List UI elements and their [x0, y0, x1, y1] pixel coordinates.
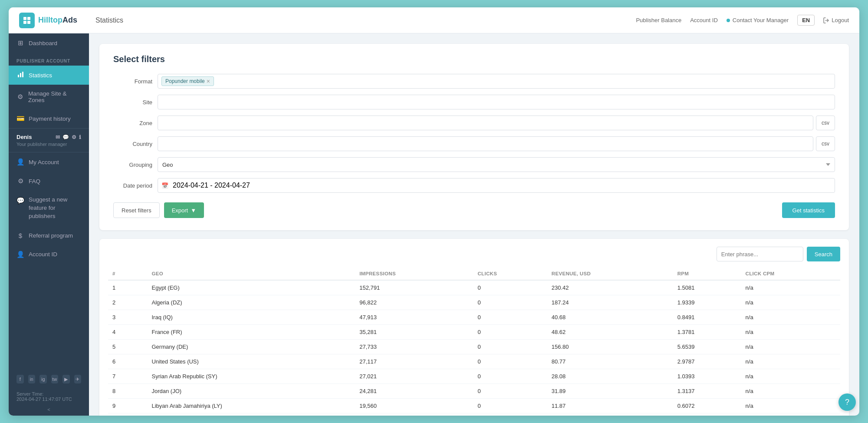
format-label: Format — [113, 78, 152, 85]
sidebar: ⊞ Dashboard PUBLISHER ACCOUNT Statistics… — [9, 33, 89, 416]
date-period-value: 2024-04-21 - 2024-04-27 — [173, 182, 250, 189]
sidebar-item-referral[interactable]: $ Referral program — [9, 226, 89, 245]
stats-table: # Geo Impressions Clicks Revenue, USD RP… — [108, 268, 840, 416]
stats-card: Search # Geo Impressions Clicks Revenue,… — [99, 239, 849, 416]
content-area: Select filters Format Popunder mobile × … — [89, 33, 859, 416]
svg-rect-5 — [20, 73, 21, 77]
sidebar-item-account-id[interactable]: 👤 Account ID — [9, 245, 89, 264]
account-id-icon: 👤 — [16, 251, 24, 258]
user-email-icon: ✉ — [56, 134, 60, 140]
user-settings-icon: ⚙ — [72, 134, 76, 140]
filter-grouping-row: Grouping Geo Site Zone Country Format — [113, 157, 835, 172]
date-period-input[interactable]: 📅 2024-04-21 - 2024-04-27 — [158, 178, 835, 193]
publisher-balance-link[interactable]: Publisher Balance — [636, 17, 681, 23]
youtube-icon[interactable]: ▶ — [62, 375, 70, 383]
search-phrase-input[interactable] — [717, 247, 803, 261]
table-row: 1 Egypt (EG) 152,791 0 230.42 1.5081 n/a — [108, 280, 840, 295]
get-statistics-button[interactable]: Get statistics — [782, 202, 835, 218]
format-tag: Popunder mobile × — [161, 76, 214, 86]
zone-label: Zone — [113, 120, 152, 126]
site-label: Site — [113, 99, 152, 106]
svg-rect-3 — [27, 21, 30, 24]
zone-csv-button[interactable]: csv — [816, 116, 835, 130]
sidebar-section-label: PUBLISHER ACCOUNT — [9, 53, 89, 66]
export-button[interactable]: Export ▼ — [164, 202, 204, 218]
contact-manager-button[interactable]: Contact Your Manager — [727, 17, 789, 23]
logout-icon — [823, 17, 829, 23]
main-layout: ⊞ Dashboard PUBLISHER ACCOUNT Statistics… — [9, 33, 859, 416]
country-csv-button[interactable]: csv — [816, 136, 835, 151]
table-row: 9 Libyan Arab Jamahiriya (LY) 19,560 0 1… — [108, 399, 840, 413]
calendar-icon: 📅 — [161, 182, 168, 189]
country-label: Country — [113, 141, 152, 147]
col-impressions: Impressions — [355, 268, 473, 280]
svg-rect-0 — [23, 17, 26, 20]
page-title: Statistics — [95, 17, 629, 24]
logo-text: HilltopAds — [38, 16, 77, 25]
col-rpm: RPM — [673, 268, 741, 280]
col-clicks: Clicks — [473, 268, 547, 280]
table-row: 7 Syrian Arab Republic (SY) 27,021 0 28.… — [108, 369, 840, 384]
logout-button[interactable]: Logout — [823, 17, 849, 23]
table-row: 5 Germany (DE) 27,733 0 156.80 5.6539 n/… — [108, 340, 840, 354]
table-row: 10 United Kingdom (GB) 18,807 0 51.92 2.… — [108, 413, 840, 416]
format-input[interactable]: Popunder mobile × — [158, 74, 835, 89]
svg-rect-1 — [27, 17, 30, 20]
svg-rect-2 — [23, 21, 26, 24]
dashboard-icon: ⊞ — [16, 39, 24, 47]
telegram-icon[interactable]: ✈ — [74, 375, 82, 383]
help-bubble[interactable]: ? — [838, 393, 856, 411]
table-row: 6 United States (US) 27,117 0 80.77 2.97… — [108, 354, 840, 369]
table-row: 2 Algeria (DZ) 96,822 0 187.24 1.9339 n/… — [108, 295, 840, 310]
faq-icon: ⚙ — [16, 177, 24, 185]
facebook-icon[interactable]: f — [16, 375, 24, 383]
logo-icon — [19, 13, 35, 28]
language-button[interactable]: EN — [797, 15, 815, 26]
logo: HilltopAds — [19, 13, 89, 28]
statistics-icon — [16, 71, 24, 79]
export-arrow-icon: ▼ — [191, 207, 196, 214]
user-sub: Your publisher manager — [16, 142, 81, 147]
sidebar-item-statistics[interactable]: Statistics — [9, 66, 89, 85]
sidebar-item-suggest[interactable]: 💬 Suggest a new feature for publishers — [9, 191, 89, 226]
reset-filters-button[interactable]: Reset filters — [113, 202, 160, 218]
sidebar-user: Denis ✉ 💬 ⚙ ℹ Your publisher manager — [9, 128, 89, 152]
table-header-row: # Geo Impressions Clicks Revenue, USD RP… — [108, 268, 840, 280]
referral-icon: $ — [16, 232, 24, 239]
zone-input[interactable] — [158, 116, 813, 130]
country-input[interactable] — [158, 136, 813, 151]
twitter-icon[interactable]: tw — [51, 375, 59, 383]
grouping-label: Grouping — [113, 162, 152, 168]
topbar-right: Publisher Balance Account ID Contact You… — [636, 15, 849, 26]
svg-rect-4 — [18, 75, 19, 77]
table-row: 3 Iraq (IQ) 47,913 0 40.68 0.8491 n/a — [108, 310, 840, 325]
sidebar-item-manage-sites[interactable]: ⚙ Manage Site & Zones — [9, 85, 89, 109]
sidebar-item-my-account[interactable]: 👤 My Account — [9, 152, 89, 172]
contact-manager-dot — [727, 19, 730, 22]
user-chat-icon: 💬 — [62, 134, 69, 140]
sidebar-item-dashboard[interactable]: ⊞ Dashboard — [9, 33, 89, 53]
sidebar-item-faq[interactable]: ⚙ FAQ — [9, 172, 89, 191]
stats-toolbar: Search — [108, 247, 840, 261]
sidebar-item-payment-history[interactable]: 💳 Payment history — [9, 109, 89, 128]
suggest-icon: 💬 — [16, 197, 24, 205]
sidebar-collapse-button[interactable]: < — [9, 403, 89, 416]
account-id-link[interactable]: Account ID — [690, 17, 718, 23]
filter-site-row: Site — [113, 95, 835, 109]
grouping-select[interactable]: Geo Site Zone Country Format — [158, 157, 835, 172]
payment-icon: 💳 — [16, 115, 24, 122]
instagram-icon[interactable]: ig — [39, 375, 47, 383]
col-revenue: Revenue, USD — [547, 268, 673, 280]
table-row: 4 France (FR) 35,281 0 48.62 1.3781 n/a — [108, 325, 840, 340]
site-input[interactable] — [158, 95, 835, 109]
filter-date-row: Date period 📅 2024-04-21 - 2024-04-27 — [113, 178, 835, 193]
format-tag-remove[interactable]: × — [207, 78, 210, 85]
linkedin-icon[interactable]: in — [28, 375, 36, 383]
filter-format-row: Format Popunder mobile × — [113, 74, 835, 89]
filter-card: Select filters Format Popunder mobile × … — [99, 44, 849, 230]
social-links: f in ig tw ▶ ✈ — [9, 370, 89, 389]
col-geo: Geo — [147, 268, 355, 280]
search-button[interactable]: Search — [807, 247, 840, 261]
date-period-label: Date period — [113, 182, 152, 189]
filter-country-row: Country csv — [113, 136, 835, 151]
